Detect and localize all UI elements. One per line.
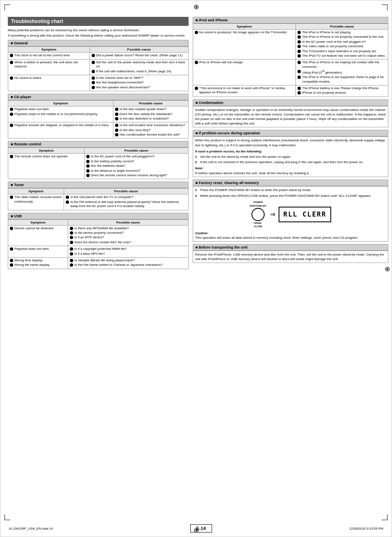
top-target-icon: ⊕ bbox=[194, 3, 199, 11]
general-header: General bbox=[8, 40, 189, 46]
table-row: The clock is not set to the correct time… bbox=[8, 53, 189, 59]
fr-step-number: 1 bbox=[195, 188, 198, 192]
table-row: Playback sounds are skipped, or stopped … bbox=[8, 122, 189, 138]
table-row: Device cannot be detected. Is there any … bbox=[8, 225, 189, 246]
right-column: iPod and iPhone Symptom Possible cause N… bbox=[193, 17, 388, 272]
table-row: The radio makes unusual noises continuou… bbox=[8, 194, 189, 210]
step-number: 1 bbox=[195, 154, 198, 159]
table-row: No sound is heard. Is the volume level s… bbox=[8, 75, 189, 91]
main-title: Troubleshooting chart bbox=[8, 17, 189, 26]
footer-left-text: XL-DH229P_USA_EN.indd 14 bbox=[9, 527, 53, 530]
table-row: No sound is produced. No image appears o… bbox=[193, 30, 388, 60]
note-label: Note: bbox=[195, 166, 386, 171]
tuner-cause-header: Possible cause bbox=[64, 189, 188, 194]
condensation-header: Condensation bbox=[193, 99, 388, 106]
table-row: iPod or iPhone will not charge. The iPod… bbox=[193, 60, 388, 85]
footer: XL-DH229P_USA_EN.indd 14 E-14 12/28/2010… bbox=[0, 524, 392, 532]
before-transport-section: Before transporting the unit Remove the … bbox=[193, 244, 388, 263]
step-1-text: Set the unit to the stand-by mode and tu… bbox=[200, 154, 291, 159]
step-number: 2 bbox=[195, 160, 198, 164]
factory-reset-section: Factory reset, clearing all memory 1 Pre… bbox=[193, 180, 388, 242]
caution-label: Caution: bbox=[195, 231, 386, 235]
before-transport-header: Before transporting the unit bbox=[193, 244, 388, 251]
if-problem-section: If problem occurs during operation When … bbox=[193, 130, 388, 177]
note-text: If neither operation above restores the … bbox=[195, 171, 386, 175]
arrow-icon: ⇒ bbox=[270, 210, 275, 219]
before-transport-text: Remove the iPod/iPhone, USB memory devic… bbox=[193, 251, 388, 263]
corner-mark-tr bbox=[382, 5, 387, 10]
page: ⊕ ⊕ Troubleshooting chart Many potential… bbox=[0, 0, 392, 537]
remote-symptom-header: Symptom bbox=[8, 148, 85, 154]
fr-step-2-text: While pressing down the OPEN/CLOSE butto… bbox=[200, 194, 371, 198]
ipod-iphone-header: iPod and iPhone bbox=[193, 17, 388, 23]
table-row: "This accessory is not made to work with… bbox=[193, 85, 388, 97]
display-text: RLL CLERR bbox=[284, 210, 327, 219]
corner-mark-bl bbox=[5, 514, 10, 520]
if-problem-header: If problem occurs during operation bbox=[193, 130, 388, 136]
footer-right-text: 12/28/2010 3:23:55 PM bbox=[349, 527, 383, 530]
ipod-iphone-table: Symptom Possible cause No sound is produ… bbox=[193, 23, 388, 97]
remote-control-table: Symptom Possible cause The remote contro… bbox=[8, 148, 189, 179]
general-symptom-header: Symptom bbox=[8, 47, 90, 53]
caution-text: This operation will erase all data store… bbox=[195, 235, 386, 240]
general-table: Symptom Possible cause The clock is not … bbox=[8, 46, 189, 91]
corner-mark-br bbox=[382, 514, 387, 520]
ipod-symptom-header: Symptom bbox=[193, 24, 296, 30]
remote-control-section: Remote control Symptom Possible cause Th… bbox=[8, 141, 189, 179]
fr-step-1-text: Press the POWER ON/STAND-BY button to en… bbox=[200, 188, 311, 192]
corner-mark-tl bbox=[5, 5, 10, 10]
ipod-cause-header: Possible cause bbox=[296, 24, 388, 30]
if-problem-intro: When this product is subject to strong o… bbox=[195, 138, 386, 147]
usb-section: USB Symptom Possible cause Device cannot… bbox=[8, 213, 189, 269]
condensation-text: Sudden temperature changes, storage or o… bbox=[193, 106, 388, 128]
intro-text-1: Many potential problems can be resolved … bbox=[8, 28, 189, 32]
usb-table: Symptom Possible cause Device cannot be … bbox=[8, 219, 189, 269]
usb-cause-header: Possible cause bbox=[68, 219, 189, 225]
left-column: Troubleshooting chart Many potential pro… bbox=[8, 17, 189, 272]
page-number: E-14 bbox=[190, 524, 212, 532]
ipod-iphone-section: iPod and iPhone Symptom Possible cause N… bbox=[193, 17, 388, 97]
table-row: When a button is pressed, the unit does … bbox=[8, 59, 189, 75]
general-section: General Symptom Possible cause The clock… bbox=[8, 40, 189, 91]
remote-cause-header: Possible cause bbox=[85, 148, 188, 154]
remote-control-header: Remote control bbox=[8, 141, 189, 148]
fr-step-number: 2 bbox=[195, 194, 198, 198]
factory-reset-header: Factory reset, clearing all memory bbox=[193, 180, 388, 186]
tuner-symptom-header: Symptom bbox=[8, 189, 64, 194]
factory-reset-content: 1 Press the POWER ON/STAND-BY button to … bbox=[193, 186, 388, 242]
condensation-section: Condensation Sudden temperature changes,… bbox=[193, 99, 388, 128]
table-row: Playback does not start. Is it a copyrig… bbox=[8, 246, 189, 258]
cd-player-section: CD player Symptom Possible cause Playbac… bbox=[8, 94, 189, 138]
display-box: RLL CLERR bbox=[279, 207, 332, 222]
table-row: The remote control does not operate. Is … bbox=[8, 154, 189, 179]
step-2-text: If the unit is not restored in the previ… bbox=[200, 160, 364, 164]
device-diagram: POWERON/STAND-BY OPEN/CLOSE ⇒ RLL CLERR bbox=[195, 201, 386, 228]
if-problem-sub-label: If such a problem occurs, do the followi… bbox=[195, 149, 386, 154]
tuner-table: Symptom Possible cause The radio makes u… bbox=[8, 188, 189, 210]
cd-symptom-header: Symptom bbox=[8, 101, 113, 106]
power-button-diagram: POWERON/STAND-BY OPEN/CLOSE bbox=[249, 201, 266, 228]
table-row: Playback does not start. Playback stops … bbox=[8, 106, 189, 122]
tuner-header: Tuner bbox=[8, 182, 189, 188]
table-row: Wrong time display. Wrong file name disp… bbox=[8, 257, 189, 269]
usb-header: USB bbox=[8, 213, 189, 219]
general-cause-header: Possible cause bbox=[90, 47, 188, 53]
right-target-icon: ⊕ bbox=[385, 265, 390, 272]
intro-text-2: If something is wrong with this product,… bbox=[8, 33, 189, 38]
usb-symptom-header: Symptom bbox=[8, 219, 68, 225]
cd-player-table: Symptom Possible cause Playback does not… bbox=[8, 100, 189, 138]
if-problem-content: When this product is subject to strong o… bbox=[193, 136, 388, 177]
cd-player-header: CD player bbox=[8, 94, 189, 100]
cd-cause-header: Possible cause bbox=[113, 101, 189, 106]
tuner-section: Tuner Symptom Possible cause The radio m… bbox=[8, 182, 189, 210]
